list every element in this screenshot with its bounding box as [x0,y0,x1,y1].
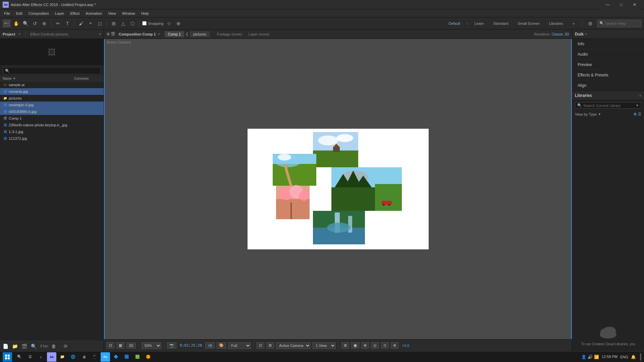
new-item-btn[interactable]: 📄 [1,342,9,350]
toggle-guides[interactable]: ⊕ [174,19,182,27]
col-comment-header[interactable]: Comment [74,77,101,80]
comp-f-btn[interactable]: ⊗ [391,342,398,349]
pen-tool[interactable]: ✏ [54,19,62,27]
libraries-menu[interactable]: ≡ [639,94,641,98]
panel-collapse-btn[interactable]: » [99,32,101,36]
quality-select[interactable]: Full Half Quarter [228,342,251,349]
right-panel-menu[interactable]: ≡ [585,32,587,36]
menu-window[interactable]: Window [119,11,138,16]
taskbar-search[interactable]: 🔍 [15,352,24,362]
effect-controls-tab[interactable]: Effect Controls pictures [30,32,68,36]
panel-item-info[interactable]: Info [572,39,644,49]
taskbar-app9[interactable]: 🟦 [122,352,131,362]
comp-region-of-interest[interactable]: ⊡ [107,342,114,349]
menu-file[interactable]: File [1,11,13,16]
clock-display[interactable]: 12:58 PM [602,355,618,359]
find-btn[interactable]: 🔍 [30,342,38,350]
project-panel-menu-icon[interactable]: ≡ [18,32,20,36]
taskbar-task-view[interactable]: ☰ [25,352,35,362]
proportional-grid[interactable]: ⊹ [165,19,173,27]
taskbar-app8[interactable]: 🔷 [111,352,121,362]
brush-tool[interactable]: 🖌 [77,19,85,27]
panel-item-align[interactable]: Align [572,80,644,91]
file-item-sample-ai[interactable]: Ai sample.ai [0,81,104,88]
menu-layer[interactable]: Layer [52,11,67,16]
comp-panel-menu[interactable]: ≡ [158,32,160,36]
close-button[interactable]: ✕ [628,0,641,9]
taskbar-chrome[interactable]: 🌐 [68,352,78,362]
menu-edit[interactable]: Edit [13,11,25,16]
taskbar-photoshop[interactable]: Ps [101,352,110,362]
zoom-select[interactable]: 50% 100% 25% [142,342,161,349]
orbit-tool[interactable]: ⊕ [40,19,48,27]
workspace-libraries[interactable]: Libraries [546,20,567,26]
workspace-learn[interactable]: Learn [471,20,487,26]
roto-tool[interactable]: ⬡ [128,19,137,27]
camera-select[interactable]: Active Camera Camera 1 [276,342,311,349]
comp-snapshot[interactable]: 📷 [167,342,176,349]
menu-composition[interactable]: Composition [26,11,52,16]
search-help-input[interactable] [605,21,639,25]
rotation-tool[interactable]: ↺ [31,19,39,27]
maximize-button[interactable]: □ [614,0,628,9]
tray-network[interactable]: 👤 [581,355,586,359]
workspace-small-screen[interactable]: Small Screen [514,20,543,26]
taskbar-app10[interactable]: 🟩 [133,352,142,362]
menu-animation[interactable]: Animation [83,11,105,16]
comp-c-btn[interactable]: ⊕ [361,342,369,349]
panel-item-effects-presets[interactable]: Effects & Presets [572,70,644,80]
grid-view-icon[interactable]: ⊞ [634,112,637,116]
tray-volume[interactable]: 🔊 [588,355,593,359]
comp-tab-pictures[interactable]: pictures [190,31,210,37]
workspace-icon-btn[interactable]: ⊞ [586,19,594,27]
snapping-checkbox[interactable] [142,21,147,25]
comp-toggle-alpha[interactable]: ⊡ [257,342,264,349]
file-item-111372[interactable]: 🖼 111372.jpg [0,135,104,142]
eraser-tool[interactable]: ◻ [96,19,104,27]
minimize-button[interactable]: — [601,0,614,9]
file-item-pictures[interactable]: 📁 pictures [0,95,104,102]
comp-camera-btn[interactable]: 📹 [205,342,215,349]
notifications[interactable]: 🔔 [631,355,636,359]
snapping-label[interactable]: Snapping [148,21,164,25]
shape-tool[interactable]: △ [119,19,127,27]
delete-btn[interactable]: 🗑 [50,342,58,350]
project-search-input[interactable] [11,68,99,73]
file-item-23north[interactable]: 🖼 23North-nature-photo.beytop.ir_.jpg [0,122,104,128]
pin-tool[interactable]: ⊞ [110,19,118,27]
list-view-icon[interactable]: ☰ [638,112,641,116]
file-item-newhdpic[interactable]: 🖼 newhdpic-6.jpg [0,102,104,108]
start-button[interactable] [3,352,12,362]
comp-d-btn[interactable]: ◎ [371,342,379,349]
comp-toggle-transparency[interactable]: ▦ [116,342,124,349]
workspace-default[interactable]: Default [445,20,464,26]
comp-tab-comp1[interactable]: Comp 1 [165,31,184,37]
comp-e-btn[interactable]: ⊙ [381,342,389,349]
clone-tool[interactable]: ⌖ [87,19,95,27]
panel-item-preview[interactable]: Preview [572,60,644,70]
new-folder-btn[interactable]: 📁 [11,342,19,350]
taskbar-ie[interactable]: e [36,352,46,362]
menu-effect[interactable]: Effect [67,11,82,16]
workspace-more[interactable]: » [569,20,578,26]
show-desktop[interactable] [640,353,641,361]
menu-help[interactable]: Help [139,11,152,16]
menu-view[interactable]: View [105,11,119,16]
taskbar-explorer[interactable]: 📁 [58,352,67,362]
workspace-standard[interactable]: Standard [490,20,512,26]
file-item-comp1[interactable]: 🎬 Comp 1 [0,115,104,122]
view-select[interactable]: 1 View 2 Views 4 Views [313,342,336,349]
hand-tool[interactable]: ✋ [12,19,20,27]
tray-wifi[interactable]: 📶 [594,355,599,359]
taskbar-app5[interactable]: 🖥 [79,352,89,362]
selection-tool[interactable]: ⭠ [3,19,11,27]
text-tool[interactable]: T [63,19,71,27]
zoom-tool[interactable]: 🔍 [21,19,30,27]
comp-lut-btn[interactable]: 🎨 [217,342,226,349]
comp-3d-view[interactable]: 3D [126,343,136,349]
library-search-dropdown[interactable]: ▼ [636,104,639,107]
comp-b-btn[interactable]: ▣ [351,342,359,349]
file-item-romania[interactable]: 🖼 romania.jpg [0,88,104,95]
panel-item-audio[interactable]: Audio [572,49,644,60]
taskbar-app6[interactable]: 📱 [90,352,99,362]
